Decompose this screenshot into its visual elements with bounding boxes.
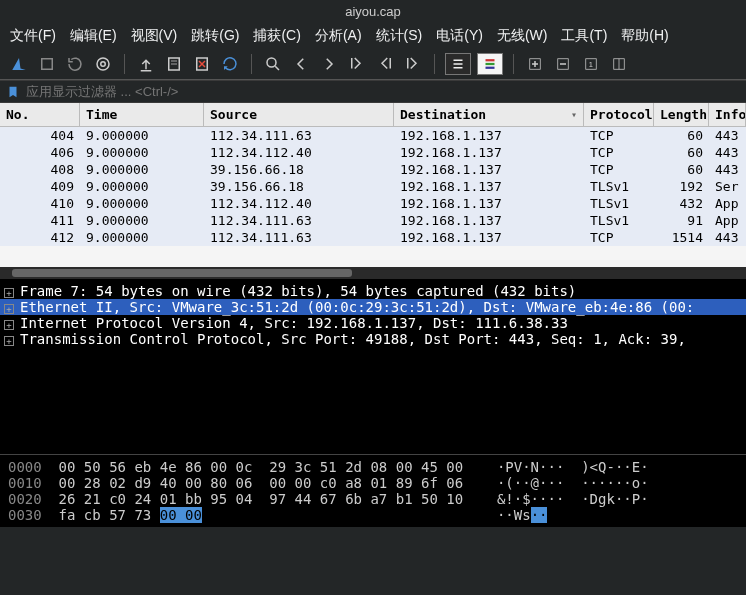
bookmark-icon[interactable] — [6, 85, 20, 99]
col-info[interactable]: Info — [709, 103, 746, 126]
packet-rows[interactable]: 4049.000000112.34.111.63192.168.1.137TCP… — [0, 127, 746, 267]
expand-icon[interactable]: + — [4, 288, 14, 298]
first-icon[interactable] — [374, 53, 396, 75]
menubar: 文件(F) 编辑(E) 视图(V) 跳转(G) 捕获(C) 分析(A) 统计(S… — [0, 23, 746, 49]
packet-row[interactable]: 4109.000000112.34.112.40192.168.1.137TLS… — [0, 195, 746, 212]
menu-stats[interactable]: 统计(S) — [376, 27, 423, 45]
menu-analyze[interactable]: 分析(A) — [315, 27, 362, 45]
hex-dump[interactable]: 0000 00 50 56 eb 4e 86 00 0c 29 3c 51 2d… — [0, 454, 746, 527]
options-icon[interactable] — [92, 53, 114, 75]
detail-ip[interactable]: Internet Protocol Version 4, Src: 192.16… — [20, 315, 568, 331]
menu-tools[interactable]: 工具(T) — [561, 27, 607, 45]
svg-text:1: 1 — [589, 60, 593, 69]
menu-capture[interactable]: 捕获(C) — [253, 27, 300, 45]
packet-row[interactable]: 4129.000000112.34.111.63192.168.1.137TCP… — [0, 229, 746, 246]
svg-point-2 — [101, 62, 106, 67]
col-no[interactable]: No. — [0, 103, 80, 126]
svg-line-10 — [275, 66, 279, 70]
stop-icon[interactable] — [36, 53, 58, 75]
packet-list: No. Time Source Destination▾ Protocol Le… — [0, 103, 746, 279]
filter-bar — [0, 80, 746, 103]
menu-jump[interactable]: 跳转(G) — [191, 27, 239, 45]
next-icon[interactable] — [318, 53, 340, 75]
svg-rect-0 — [42, 59, 53, 70]
expand-icon[interactable]: + — [4, 336, 14, 346]
shark-fin-icon[interactable] — [8, 53, 30, 75]
menu-telephony[interactable]: 电话(Y) — [436, 27, 483, 45]
reload-icon[interactable] — [219, 53, 241, 75]
resize-cols-icon[interactable] — [608, 53, 630, 75]
prev-icon[interactable] — [290, 53, 312, 75]
toolbar: 1 — [0, 49, 746, 80]
restart-icon[interactable] — [64, 53, 86, 75]
zoom-in-icon[interactable] — [524, 53, 546, 75]
zoom-reset-icon[interactable]: 1 — [580, 53, 602, 75]
menu-file[interactable]: 文件(F) — [10, 27, 56, 45]
window-title: aiyou.cap — [0, 0, 746, 23]
open-icon[interactable] — [135, 53, 157, 75]
detail-tcp[interactable]: Transmission Control Protocol, Src Port:… — [20, 331, 686, 347]
jump-icon[interactable] — [346, 53, 368, 75]
menu-edit[interactable]: 编辑(E) — [70, 27, 117, 45]
packet-header: No. Time Source Destination▾ Protocol Le… — [0, 103, 746, 127]
detail-ethernet[interactable]: Ethernet II, Src: VMware_3c:51:2d (00:0c… — [20, 299, 694, 315]
autoscroll-icon[interactable] — [445, 53, 471, 75]
col-length[interactable]: Length — [654, 103, 709, 126]
close-icon[interactable] — [191, 53, 213, 75]
sort-indicator-icon: ▾ — [571, 109, 577, 120]
last-icon[interactable] — [402, 53, 424, 75]
expand-icon[interactable]: + — [4, 304, 14, 314]
svg-point-1 — [97, 58, 109, 70]
packet-row[interactable]: 4089.00000039.156.66.18192.168.1.137TCP6… — [0, 161, 746, 178]
col-source[interactable]: Source — [204, 103, 394, 126]
colorize-icon[interactable] — [477, 53, 503, 75]
horizontal-scrollbar[interactable] — [0, 267, 746, 279]
menu-view[interactable]: 视图(V) — [131, 27, 178, 45]
display-filter-input[interactable] — [26, 84, 740, 99]
svg-point-9 — [267, 58, 276, 67]
packet-row[interactable]: 4119.000000112.34.111.63192.168.1.137TLS… — [0, 212, 746, 229]
zoom-out-icon[interactable] — [552, 53, 574, 75]
menu-wireless[interactable]: 无线(W) — [497, 27, 548, 45]
packet-row[interactable]: 4069.000000112.34.112.40192.168.1.137TCP… — [0, 144, 746, 161]
col-destination[interactable]: Destination▾ — [394, 103, 584, 126]
packet-row[interactable]: 4099.00000039.156.66.18192.168.1.137TLSv… — [0, 178, 746, 195]
save-icon[interactable] — [163, 53, 185, 75]
col-time[interactable]: Time — [80, 103, 204, 126]
expand-icon[interactable]: + — [4, 320, 14, 330]
find-icon[interactable] — [262, 53, 284, 75]
col-protocol[interactable]: Protocol — [584, 103, 654, 126]
packet-row[interactable]: 4049.000000112.34.111.63192.168.1.137TCP… — [0, 127, 746, 144]
detail-frame[interactable]: Frame 7: 54 bytes on wire (432 bits), 54… — [20, 283, 576, 299]
menu-help[interactable]: 帮助(H) — [621, 27, 668, 45]
scrollbar-thumb[interactable] — [12, 269, 352, 277]
packet-details[interactable]: +Frame 7: 54 bytes on wire (432 bits), 5… — [0, 279, 746, 454]
